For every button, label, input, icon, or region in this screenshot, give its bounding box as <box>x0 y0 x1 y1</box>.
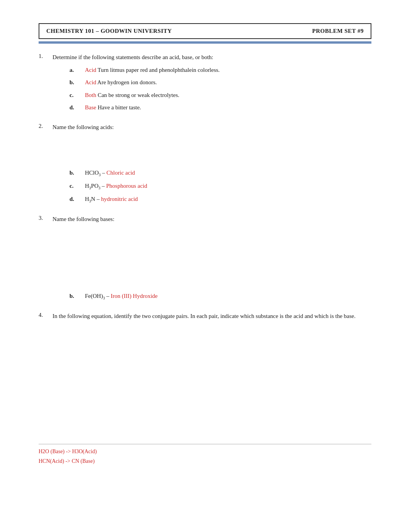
bottom-line1: H2O (Base) -> H3O(Acid) <box>39 447 97 456</box>
q2-sub-list: b. HClO3 – Chloric acid c. H3PO3 – Phosp… <box>69 168 371 204</box>
q2-d-sub: 3 <box>89 199 91 203</box>
q4-number: 4. <box>39 312 50 318</box>
q2-c: c. H3PO3 – Phosphorous acid <box>69 182 371 191</box>
q2-number: 2. <box>39 123 50 129</box>
q1-text: Determine if the following statements de… <box>53 53 213 62</box>
q2-b-label: b. <box>69 170 81 176</box>
q2-text: Name the following acids: <box>53 123 114 132</box>
q1-c-content: Both Can be strong or weak electrolytes. <box>85 91 180 100</box>
question-4: 4. In the following equation, identify t… <box>39 312 371 321</box>
question-2: 2. Name the following acids: b. HClO3 – … <box>39 123 371 204</box>
q2-d-label: d. <box>69 196 81 202</box>
header: CHEMISTRY 101 – GOODWIN UNIVERSITY PROBL… <box>39 23 371 39</box>
question-2-row: 2. Name the following acids: <box>39 123 371 132</box>
q2-b-answer: Chloric acid <box>107 170 135 176</box>
q1-b-label: b. <box>69 79 81 86</box>
q2-c-content: H3PO3 – Phosphorous acid <box>85 182 147 191</box>
q2-b-sub: 3 <box>99 173 101 177</box>
q1-d-content: Base Have a bitter taste. <box>85 103 141 112</box>
q2-d: d. H3N – hydronitric acid <box>69 195 371 204</box>
q3-b-content: Fe(OH)3 – Iron (III) Hydroxide <box>85 292 158 301</box>
q2-c-answer: Phosphorous acid <box>106 183 147 189</box>
q2-d-content: H3N – hydronitric acid <box>85 195 138 204</box>
header-bar <box>39 41 371 44</box>
q1-c: c. Both Can be strong or weak electrolyt… <box>69 91 371 100</box>
q3-extra-space <box>39 258 371 289</box>
q2-c-sub1: 3 <box>89 186 91 190</box>
q2-c-sub2: 3 <box>98 186 100 190</box>
header-problem-set: PROBLEM SET #9 <box>312 28 364 34</box>
bottom-divider-row: H2O (Base) -> H3O(Acid) <box>39 444 371 456</box>
q2-b-content: HClO3 – Chloric acid <box>85 168 135 178</box>
q3-number: 3. <box>39 215 50 221</box>
question-4-row: 4. In the following equation, identify t… <box>39 312 371 321</box>
q1-c-answer: Both <box>85 92 96 98</box>
question-1-row: 1. Determine if the following statements… <box>39 53 371 62</box>
q1-a-answer: Acid <box>85 67 96 73</box>
q1-b-content: Acid Are hydrogen ion donors. <box>85 78 157 87</box>
q1-c-label: c. <box>69 92 81 99</box>
q1-a-label: a. <box>69 67 81 73</box>
bottom-notes-area: H2O (Base) -> H3O(Acid) HCN(Acid) -> CN … <box>39 444 371 466</box>
q1-sub-list: a. Acid Turn litmus paper red and phenol… <box>69 66 371 112</box>
question-3: 3. Name the following bases: b. Fe(OH)3 … <box>39 215 371 301</box>
q1-d-answer: Base <box>85 104 96 110</box>
q1-number: 1. <box>39 53 50 59</box>
question-3-row: 3. Name the following bases: <box>39 215 371 224</box>
q1-d-label: d. <box>69 104 81 111</box>
q3-b-label: b. <box>69 293 81 299</box>
q1-b-answer: Acid <box>85 79 96 85</box>
q4-text: In the following equation, identify the … <box>53 312 356 321</box>
q3-b-answer: Iron (III) Hydroxide <box>111 293 158 299</box>
q3-sub-list: b. Fe(OH)3 – Iron (III) Hydroxide <box>69 292 371 301</box>
q2-b: b. HClO3 – Chloric acid <box>69 168 371 178</box>
q1-a: a. Acid Turn litmus paper red and phenol… <box>69 66 371 75</box>
q3-b: b. Fe(OH)3 – Iron (III) Hydroxide <box>69 292 371 301</box>
bottom-line2: HCN(Acid) -> CN (Base) <box>39 458 95 464</box>
q3-b-sub: 3 <box>103 296 105 300</box>
q3-spacer <box>39 228 371 258</box>
q1-d: d. Base Have a bitter taste. <box>69 103 371 112</box>
q3-text: Name the following bases: <box>53 215 114 224</box>
q1-a-content: Acid Turn litmus paper red and phenolpht… <box>85 66 220 75</box>
bottom-line2-row: HCN(Acid) -> CN (Base) <box>39 456 371 466</box>
page: CHEMISTRY 101 – GOODWIN UNIVERSITY PROBL… <box>0 0 410 532</box>
header-title: CHEMISTRY 101 – GOODWIN UNIVERSITY <box>46 28 172 34</box>
q1-b: b. Acid Are hydrogen ion donors. <box>69 78 371 87</box>
q2-c-label: c. <box>69 183 81 189</box>
q2-d-answer: hydronitric acid <box>101 196 138 202</box>
q2-spacer <box>39 135 371 166</box>
question-1: 1. Determine if the following statements… <box>39 53 371 112</box>
